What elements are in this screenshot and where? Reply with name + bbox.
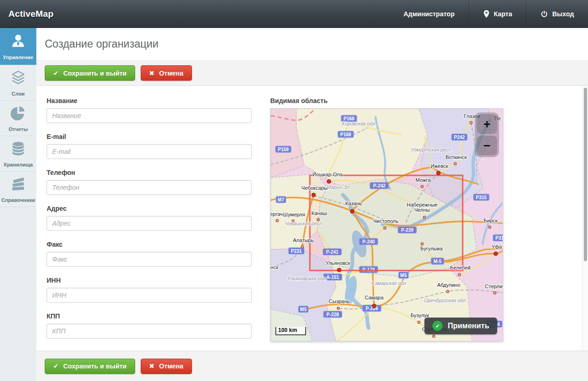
map-city-label: Чебоксары bbox=[301, 185, 328, 191]
field-kpp: КПП bbox=[47, 312, 252, 339]
logout-link[interactable]: Выход bbox=[526, 0, 588, 28]
map-city-dot bbox=[488, 226, 491, 228]
user-label: Администратор bbox=[403, 10, 455, 18]
user-icon bbox=[9, 33, 27, 52]
name-label: Название bbox=[47, 97, 252, 104]
map-city-label: Сызрань bbox=[329, 298, 350, 304]
map-city-label: Стерлита bbox=[485, 284, 503, 289]
cross-icon: ✖ bbox=[149, 69, 155, 77]
action-bar-bottom: ✔ Сохранить и выйти ✖ Отмена bbox=[36, 351, 588, 381]
save-label: Сохранить и выйти bbox=[63, 362, 127, 370]
sidebar-item-layers[interactable]: Слои bbox=[0, 65, 36, 101]
map-city-dot bbox=[350, 209, 354, 213]
sidebar-item-management[interactable]: Управление bbox=[0, 28, 36, 65]
map-city-dot bbox=[301, 245, 303, 248]
check-icon: ✔ bbox=[435, 323, 439, 329]
map-road-badge-label: М5 bbox=[300, 307, 307, 312]
kpp-label: КПП bbox=[47, 312, 252, 320]
map-city-label: Алатырь bbox=[293, 237, 314, 243]
map-link[interactable]: Карта bbox=[469, 0, 526, 28]
map-scale-bar: 100 km bbox=[275, 327, 306, 335]
fax-input[interactable] bbox=[47, 252, 252, 267]
address-label: Адрес bbox=[47, 205, 252, 212]
zoom-out-button[interactable]: − bbox=[477, 136, 497, 155]
map-city-dot bbox=[421, 185, 423, 187]
map-city-dot bbox=[383, 227, 386, 229]
map-road-badge-label: P159 bbox=[278, 147, 289, 152]
map-svg: P168P168P242P159Р-242М7P315Р-239P315Р-24… bbox=[271, 109, 503, 341]
map-city-label: Самара bbox=[365, 295, 384, 300]
cancel-label: Отмена bbox=[159, 362, 183, 370]
sidebar-item-label: Отчеты bbox=[8, 126, 27, 132]
field-inn: ИНН bbox=[47, 277, 252, 303]
email-input[interactable] bbox=[47, 144, 252, 159]
topbar: ActiveMap Администратор Карта Выход bbox=[0, 0, 588, 28]
sidebar-item-label: Хранилища bbox=[4, 162, 33, 167]
phone-input[interactable] bbox=[47, 180, 252, 195]
sidebar-item-storage[interactable]: Хранилища bbox=[0, 136, 36, 172]
address-input[interactable] bbox=[47, 216, 252, 231]
map-city-label: Белебей bbox=[450, 265, 471, 270]
map-city-label: Чистополь bbox=[373, 218, 398, 224]
map-city-dot bbox=[432, 335, 435, 337]
scrollbar-track[interactable] bbox=[582, 86, 588, 351]
map-city-label: Уфа bbox=[492, 244, 502, 249]
map-city-dot bbox=[276, 219, 278, 222]
map-road-badge-label: P168 bbox=[340, 132, 351, 137]
map-region-label: Удмуртская респ. bbox=[410, 147, 452, 152]
map-city-dot bbox=[312, 193, 315, 197]
map-road-badge-label: Р-228 bbox=[327, 312, 339, 317]
map-city-label: Бирск bbox=[484, 218, 498, 223]
apply-button[interactable]: ✔ Применить bbox=[424, 318, 497, 334]
app-logo: ActiveMap bbox=[0, 9, 54, 19]
pin-icon bbox=[483, 10, 490, 18]
map-region-label: Оренбургская обл. bbox=[424, 298, 467, 303]
map-road-badge-label: P168 bbox=[343, 116, 355, 121]
power-icon bbox=[540, 10, 548, 18]
cancel-button-bottom[interactable]: ✖ Отмена bbox=[141, 359, 192, 374]
scrollbar-thumb[interactable] bbox=[584, 88, 587, 261]
sidebar-item-reports[interactable]: Отчеты bbox=[0, 101, 36, 136]
check-icon: ✔ bbox=[53, 69, 59, 77]
map-road-badge-label: P315 bbox=[476, 195, 487, 200]
cancel-button[interactable]: ✖ Отмена bbox=[141, 65, 192, 81]
name-input[interactable] bbox=[47, 108, 252, 123]
save-button-bottom[interactable]: ✔ Сохранить и выйти bbox=[45, 359, 135, 374]
field-name: Название bbox=[47, 97, 252, 123]
sidebar-item-directories[interactable]: Справочники bbox=[0, 172, 36, 207]
inn-input[interactable] bbox=[47, 288, 252, 303]
map-road-badge-label: P231 bbox=[291, 249, 302, 254]
map-city-dot bbox=[446, 290, 449, 292]
map-section: Видимая область bbox=[270, 97, 503, 351]
save-button[interactable]: ✔ Сохранить и выйти bbox=[45, 65, 135, 81]
map-city-dot bbox=[470, 121, 472, 124]
zoom-in-button[interactable]: + bbox=[477, 114, 497, 134]
map-city-dot bbox=[493, 291, 496, 294]
map-road-badge-label: М7 bbox=[278, 197, 284, 202]
map-city-dot bbox=[327, 180, 331, 183]
map-road-badge-label: М5 bbox=[400, 273, 407, 278]
map-region-label: Чувашская респ. bbox=[285, 221, 323, 226]
field-phone: Телефон bbox=[47, 169, 252, 195]
map-city-dot bbox=[372, 304, 376, 308]
map-city-label: Канаш bbox=[311, 210, 327, 216]
form-area: Название E-mail Телефон Адрес Факс ИНН К… bbox=[36, 86, 588, 351]
map-city-label: Абдулино bbox=[437, 282, 460, 288]
map-city-label: Йошкар-Ола bbox=[313, 172, 343, 177]
layers-icon bbox=[9, 69, 27, 89]
user-menu-item[interactable]: Администратор bbox=[390, 0, 469, 28]
kpp-input[interactable] bbox=[47, 324, 252, 339]
map-city-label: Казань bbox=[345, 201, 362, 206]
map-canvas[interactable]: P168P168P242P159Р-242М7P315Р-239P315Р-24… bbox=[270, 108, 503, 341]
map-city-dot bbox=[417, 321, 420, 323]
map-road-badge-label: P315 bbox=[495, 236, 503, 241]
topbar-menu: Администратор Карта Выход bbox=[390, 0, 588, 28]
map-city-label: Шумерля bbox=[283, 212, 305, 217]
title-bar: Создание организации bbox=[36, 28, 588, 61]
map-city-label: нск bbox=[271, 264, 278, 270]
logout-label: Выход bbox=[552, 10, 574, 18]
map-city-dot bbox=[337, 307, 339, 309]
database-icon bbox=[9, 140, 27, 159]
pie-chart-icon bbox=[9, 104, 27, 124]
map-city-label: Ульяновск bbox=[326, 260, 350, 266]
